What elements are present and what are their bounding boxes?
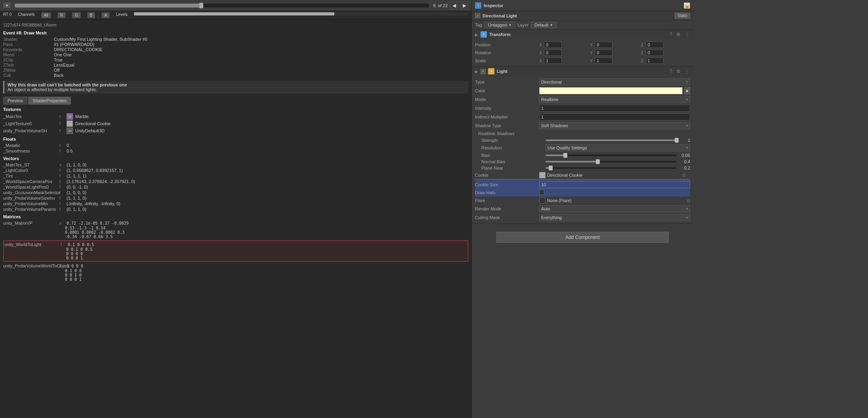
tag-select[interactable]: Untagged ▼ (485, 22, 515, 28)
r-btn[interactable]: R (57, 12, 66, 18)
position-x-input[interactable] (544, 42, 562, 48)
strength-slider-thumb[interactable] (675, 138, 679, 143)
bias-slider-track[interactable] (546, 155, 677, 156)
scale-x-field: X (539, 57, 588, 64)
bias-slider-thumb[interactable] (563, 153, 567, 158)
light-menu-btn[interactable]: ⋮ (684, 69, 690, 74)
near-plane-slider-thumb[interactable] (549, 166, 553, 170)
object-active-checkbox[interactable]: ✓ (475, 13, 480, 18)
color-row: Color ◈ (475, 86, 690, 95)
render-mode-select[interactable]: Auto (539, 205, 690, 212)
vec-row-1: _LightColor0 f (1, 0.9568627, 0.8392157,… (3, 168, 468, 173)
color-picker-btn[interactable]: ◈ (684, 87, 690, 94)
strength-slider-track[interactable] (546, 139, 677, 141)
layer-select[interactable]: Default ▼ (531, 22, 557, 28)
vec-row-5: unity_OcclusionMaskSelector f (1, 0, 0, … (3, 190, 468, 195)
rotation-x-input[interactable] (544, 50, 562, 56)
shadow-type-select[interactable]: Soft Shadows (539, 122, 690, 129)
vec-row-3: _WorldSpaceCameraPos f (1.176143, 2.3788… (3, 179, 468, 184)
rotation-z-input[interactable] (646, 50, 664, 56)
blend-label: Blend (3, 52, 51, 57)
flare-picker-btn[interactable]: ⊙ (687, 198, 690, 203)
dropdown-btn[interactable]: ▾ (3, 2, 11, 8)
warning-line2: An object is affected by multiple forwar… (8, 87, 465, 92)
light-settings-btn[interactable]: ⚙ (675, 69, 681, 74)
culling-mask-select[interactable]: Everything (539, 214, 690, 221)
transform-settings-btn[interactable]: ⚙ (675, 32, 681, 37)
near-plane-row: Plane Near 0.2 (481, 165, 690, 171)
cookie-picker-btn[interactable]: ⊙ (682, 173, 690, 178)
rotation-y-input[interactable] (595, 50, 612, 56)
cull-value: Back (54, 73, 468, 78)
probetex-type: f (59, 129, 66, 133)
mode-select-wrapper: Realtime (539, 96, 690, 103)
transform-header[interactable]: ▶ T Transform ? ⚙ ⋮ (472, 30, 693, 39)
bias-slider-fill (546, 155, 565, 156)
draw-halo-checkbox[interactable] (539, 190, 544, 195)
intensity-input[interactable] (539, 105, 690, 112)
static-badge[interactable]: Static (675, 13, 690, 19)
resolution-insp-label: Resolution (481, 145, 545, 150)
nav-prev-btn[interactable]: ◀ (450, 2, 458, 10)
light-help-btn[interactable]: ? (669, 69, 673, 74)
light-enabled-checkbox[interactable]: ✓ (481, 69, 486, 74)
nav-next-btn[interactable]: ▶ (460, 2, 468, 10)
near-plane-slider-track[interactable] (546, 167, 677, 169)
indirect-input[interactable] (539, 113, 690, 120)
g-btn[interactable]: G (72, 12, 81, 18)
zwrite-label: ZWrite (3, 68, 51, 73)
normal-bias-slider-thumb[interactable] (596, 159, 600, 164)
normal-bias-slider-track[interactable] (546, 161, 677, 162)
preview-tab[interactable]: Preview (3, 97, 27, 105)
light-header[interactable]: ▶ ✓ ☀ Light ? ⚙ ⋮ (472, 67, 693, 76)
timeline-bar[interactable] (15, 4, 429, 8)
type-select[interactable]: Directional (539, 78, 690, 86)
floats-title: Floats (3, 137, 468, 141)
light-icon: ☀ (488, 68, 494, 74)
strength-row: Strength 1 (481, 137, 690, 143)
resolution-select[interactable]: Use Quality Settings (546, 144, 690, 151)
scale-x-input[interactable] (544, 57, 562, 64)
a-btn[interactable]: A (101, 12, 110, 18)
bias-row: Bias 0.05 (481, 152, 690, 158)
of-total: of 22 (438, 3, 448, 8)
timeline-thumb[interactable] (199, 3, 203, 8)
right-panel: i Inspector 🔓 ✓ Directional Light Static… (471, 0, 693, 418)
lock-button[interactable]: 🔓 (684, 2, 690, 9)
b-btn[interactable]: B (87, 12, 95, 18)
scale-z-letter: Z (641, 59, 645, 63)
indirect-label: Indirect Multiplier (475, 115, 538, 119)
render-mode-row: Render Mode Auto (475, 204, 690, 213)
pass-label: Pass (3, 42, 51, 47)
cookie-size-input[interactable] (539, 181, 690, 188)
pos-x-letter: X (539, 43, 543, 47)
add-component-button[interactable]: Add Component (496, 232, 668, 243)
inspector-body[interactable]: ▶ T Transform ? ⚙ ⋮ Position X Y (472, 30, 693, 418)
position-y-input[interactable] (595, 42, 612, 48)
all-btn[interactable]: All (41, 12, 51, 18)
scale-x-letter: X (539, 59, 543, 63)
shaderproperties-tab[interactable]: ShaderProperties (28, 97, 71, 105)
scale-y-letter: Y (590, 59, 594, 63)
matrix-row-0: unity_MatrixVP v 0.72 -2.1e-05 0.37 -0.0… (3, 220, 468, 239)
transform-menu-btn[interactable]: ⋮ (684, 32, 690, 37)
scale-y-input[interactable] (595, 57, 612, 64)
scale-z-input[interactable] (646, 57, 664, 64)
transform-help-btn[interactable]: ? (669, 32, 673, 37)
mode-label: Mode (475, 97, 538, 102)
content-area[interactable]: 1227x574 R8G8B8A8_UNorm Event #8: Draw M… (0, 20, 471, 418)
position-z-input[interactable] (646, 42, 664, 48)
resolution-text: 1227x574 R8G8B8A8_UNorm (3, 23, 468, 27)
inspector-title: Inspector (484, 3, 681, 8)
texture-row-2: unity_ProbeVolumeSH f 3D UnityDefault3D (3, 127, 468, 134)
layer-label: Layer (517, 23, 528, 27)
vec-row-0: _MainTex_ST v (1, 1, 0, 0) (3, 162, 468, 168)
zclip-value: True (54, 57, 468, 62)
bias-label: Bias (481, 153, 545, 158)
keywords-value: DIRECTIONAL_COOKIE (54, 47, 468, 52)
mode-select[interactable]: Realtime (539, 96, 690, 103)
color-swatch[interactable] (539, 87, 683, 94)
flare-row: Flare None (Flare) ⊙ (475, 197, 690, 204)
bias-value: 0.05 (678, 153, 690, 158)
draw-halo-row: Draw Halo (475, 189, 690, 196)
